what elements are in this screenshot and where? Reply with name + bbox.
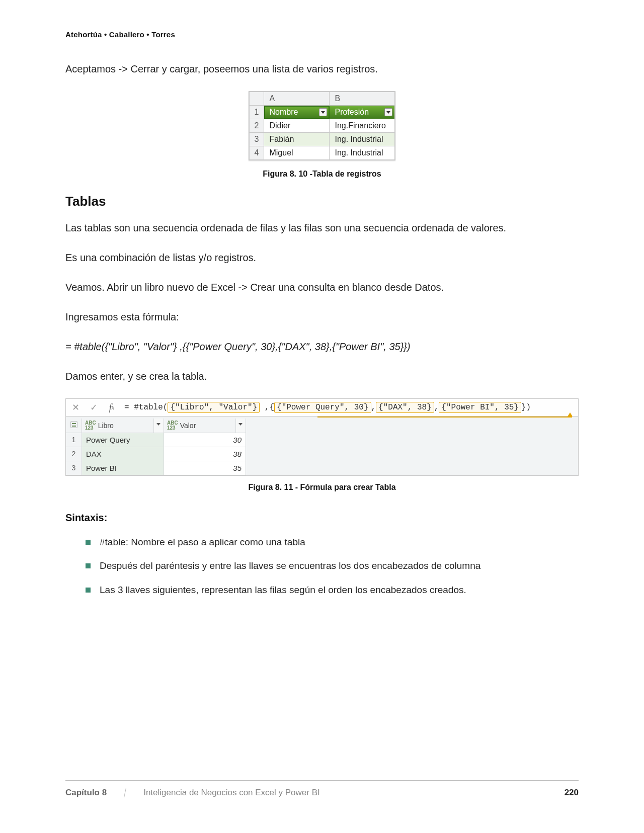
footer-chapter: Capítulo 8 xyxy=(64,788,126,798)
figure-8-11: ✕ ✓ fx = #table({"Libro", "Valor"} ,{{"P… xyxy=(65,398,579,492)
highlight-underline xyxy=(317,416,572,419)
paragraph: Las tablas son una secuencia ordenada de… xyxy=(65,220,579,236)
code-text: }) xyxy=(521,403,531,412)
paragraph: Aceptamos -> Cerrar y cargar, poseemos u… xyxy=(65,61,579,77)
cell-valor[interactable]: 38 xyxy=(164,447,246,461)
row-header[interactable]: 1 xyxy=(249,106,264,119)
page-footer: Capítulo 8 Inteligencia de Negocios con … xyxy=(65,780,579,798)
header-label: Profesión xyxy=(335,108,369,116)
list-item: Las 3 llaves siguientes, representan las… xyxy=(86,582,579,597)
fx-icon[interactable]: fx xyxy=(106,402,117,413)
table-header-nombre[interactable]: Nombre xyxy=(264,106,330,119)
table-header-profesion[interactable]: Profesión xyxy=(330,106,395,119)
highlight-row1: {"Power Query", 30} xyxy=(274,402,371,413)
paragraph: Es una combinación de listas y/o registr… xyxy=(65,250,579,266)
list-item: #table: Nombre el paso a aplicar como un… xyxy=(86,535,579,549)
code-text: , xyxy=(371,403,376,412)
cell-valor[interactable]: 35 xyxy=(164,461,246,475)
col-label: Valor xyxy=(180,422,196,430)
author-line: Atehortúa • Caballero • Torres xyxy=(65,30,579,39)
code-text: = #table( xyxy=(124,403,168,412)
row-index[interactable]: 2 xyxy=(66,447,82,461)
highlight-row3: {"Power BI", 35} xyxy=(439,402,521,413)
formula-text: = #table({"Libro", "Valor"} ,{{"Power Qu… xyxy=(65,339,579,355)
code-text: , xyxy=(434,403,439,412)
grid-row: 2 DAX 38 xyxy=(66,447,246,461)
column-dropdown-icon[interactable] xyxy=(153,419,164,433)
excel-corner-cell[interactable] xyxy=(249,92,264,106)
cell-profesion[interactable]: Ing. Industrial xyxy=(330,146,395,160)
sintaxis-list: #table: Nombre el paso a aplicar como un… xyxy=(86,535,579,597)
row-header[interactable]: 2 xyxy=(249,119,264,133)
figure-caption: Figura 8. 11 - Fórmula para crear Tabla xyxy=(65,483,579,492)
highlight-row2: {"DAX", 38} xyxy=(376,402,434,413)
power-query-editor: ✕ ✓ fx = #table({"Libro", "Valor"} ,{{"P… xyxy=(65,398,579,476)
table-icon xyxy=(70,421,77,428)
footer-page-number: 220 xyxy=(565,788,579,798)
cell-libro[interactable]: Power Query xyxy=(82,433,164,447)
row-index[interactable]: 1 xyxy=(66,433,82,447)
formula-code[interactable]: = #table({"Libro", "Valor"} ,{{"Power Qu… xyxy=(124,402,531,413)
header-label: Nombre xyxy=(269,108,298,116)
cell-profesion[interactable]: Ing.Financiero xyxy=(330,119,395,133)
excel-table-registros: A B 1 Nombre Profesión 2 Didier Ing.Fina… xyxy=(249,91,396,160)
paragraph: Damos enter, y se crea la tabla. xyxy=(65,369,579,384)
table-icon-cell[interactable] xyxy=(66,419,82,433)
code-text: ,{ xyxy=(260,403,274,412)
subsection-sintaxis: Sintaxis: xyxy=(65,512,579,524)
cell-libro[interactable]: DAX xyxy=(82,447,164,461)
abc123-icon: ABC123 xyxy=(167,421,178,431)
grid-row: 3 Power BI 35 xyxy=(66,461,246,475)
confirm-icon[interactable]: ✓ xyxy=(88,402,99,413)
abc123-icon: ABC123 xyxy=(85,421,96,431)
formula-bar: ✕ ✓ fx = #table({"Libro", "Valor"} ,{{"P… xyxy=(66,399,578,416)
filter-dropdown-icon[interactable] xyxy=(384,108,392,116)
paragraph: Veamos. Abrir un libro nuevo de Excel ->… xyxy=(65,280,579,295)
row-header[interactable]: 4 xyxy=(249,146,264,160)
grid-header-row: ABC123 Libro ABC123 Valor xyxy=(66,419,246,433)
grid-row: 1 Power Query 30 xyxy=(66,433,246,447)
highlight-columns: {"Libro", "Valor"} xyxy=(168,402,260,413)
list-item: Después del paréntesis y entre las llave… xyxy=(86,558,579,573)
figure-8-10: A B 1 Nombre Profesión 2 Didier Ing.Fina… xyxy=(65,91,579,179)
footer-title: Inteligencia de Negocios con Excel y Pow… xyxy=(143,788,546,798)
figure-caption: Figura 8. 10 -Tabla de registros xyxy=(65,170,579,179)
cell-libro[interactable]: Power BI xyxy=(82,461,164,475)
footer-divider xyxy=(65,780,579,781)
col-label: Libro xyxy=(98,422,114,430)
filter-dropdown-icon[interactable] xyxy=(319,108,327,116)
column-dropdown-icon[interactable] xyxy=(235,419,246,433)
cell-nombre[interactable]: Fabián xyxy=(264,133,330,146)
section-title-tablas: Tablas xyxy=(65,194,579,209)
cell-nombre[interactable]: Didier xyxy=(264,119,330,133)
cell-nombre[interactable]: Miguel xyxy=(264,146,330,160)
row-header[interactable]: 3 xyxy=(249,133,264,146)
cell-valor[interactable]: 30 xyxy=(164,433,246,447)
power-query-grid: ABC123 Libro ABC123 Valor 1 Power Query … xyxy=(66,419,246,475)
col-header-b[interactable]: B xyxy=(330,92,395,106)
col-header-libro[interactable]: ABC123 Libro xyxy=(82,419,164,433)
cancel-icon[interactable]: ✕ xyxy=(70,402,81,413)
cell-profesion[interactable]: Ing. Industrial xyxy=(330,133,395,146)
col-header-a[interactable]: A xyxy=(264,92,330,106)
paragraph: Ingresamos esta fórmula: xyxy=(65,309,579,325)
col-header-valor[interactable]: ABC123 Valor xyxy=(164,419,246,433)
row-index[interactable]: 3 xyxy=(66,461,82,475)
